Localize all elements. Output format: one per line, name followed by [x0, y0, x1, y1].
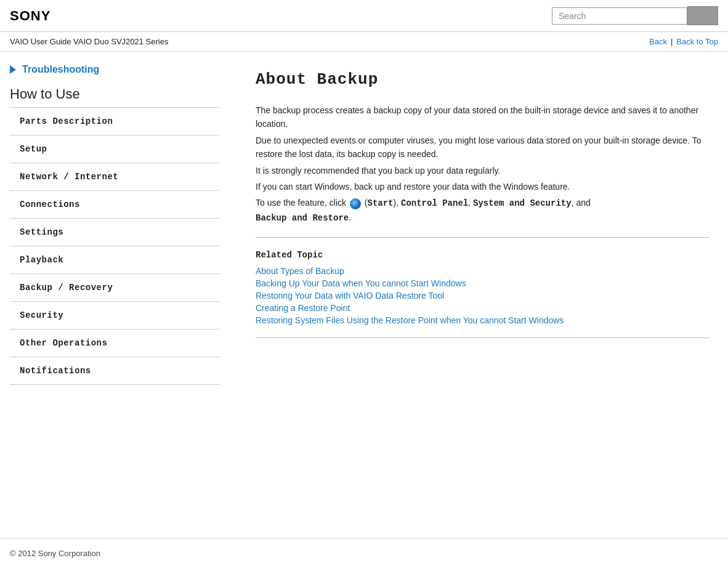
related-link-2[interactable]: Backing Up Your Data when You cannot Sta… [256, 278, 710, 288]
nav-separator: | [669, 37, 674, 46]
sidebar: Troubleshooting How to Use Parts Descrip… [0, 52, 231, 532]
start-icon [350, 198, 361, 209]
troubleshooting-section[interactable]: Troubleshooting [10, 64, 231, 75]
how-to-use-heading: How to Use [10, 86, 231, 102]
copyright-text: © 2012 Sony Corporation [10, 549, 100, 558]
related-link-3[interactable]: Restoring Your Data with VAIO Data Resto… [256, 291, 710, 301]
header: SONY [0, 0, 728, 32]
content-divider-1 [256, 237, 710, 238]
breadcrumb-title: VAIO User Guide VAIO Duo SVJ2021 Series [10, 37, 168, 46]
page-heading: About Backup [256, 70, 710, 89]
troubleshooting-label-text: Troubleshooting [22, 64, 99, 75]
search-input[interactable] [552, 7, 687, 25]
content-divider-2 [256, 338, 710, 338]
sidebar-item-backup-recovery[interactable]: Backup / Recovery [10, 274, 231, 301]
footer: © 2012 Sony Corporation [0, 538, 728, 566]
search-area [552, 6, 718, 25]
sony-logo: SONY [10, 8, 51, 24]
content-area: About Backup The backup process creates … [231, 52, 728, 532]
sidebar-item-security[interactable]: Security [10, 302, 231, 329]
main-layout: Troubleshooting How to Use Parts Descrip… [0, 52, 728, 532]
para-2: Due to unexpected events or computer vir… [256, 134, 710, 161]
para-1: The backup process creates a backup copy… [256, 103, 710, 131]
para-5: To use the feature, click (Start), Contr… [256, 196, 710, 225]
sidebar-item-settings[interactable]: Settings [10, 219, 231, 246]
para-4: If you can start Windows, back up and re… [256, 180, 710, 193]
sidebar-item-other-operations[interactable]: Other Operations [10, 329, 231, 357]
sidebar-item-notifications[interactable]: Notifications [10, 357, 231, 384]
backup-restore-text: Backup and Restore [256, 213, 349, 223]
related-link-5[interactable]: Restoring System Files Using the Restore… [256, 315, 710, 325]
related-topic-heading: Related Topic [256, 250, 710, 260]
related-link-1[interactable]: About Types of Backup [256, 266, 710, 276]
sidebar-item-network-internet[interactable]: Network / Internet [10, 163, 231, 190]
nav-links: Back | Back to Top [649, 37, 718, 46]
arrow-icon [10, 65, 16, 74]
sidebar-divider-10 [10, 384, 220, 385]
search-button[interactable] [687, 6, 718, 25]
related-link-4[interactable]: Creating a Restore Point [256, 303, 710, 313]
sidebar-item-setup[interactable]: Setup [10, 135, 231, 163]
breadcrumb-bar: VAIO User Guide VAIO Duo SVJ2021 Series … [0, 32, 728, 52]
back-to-top-link[interactable]: Back to Top [676, 37, 718, 46]
back-link[interactable]: Back [649, 37, 667, 46]
sidebar-item-connections[interactable]: Connections [10, 191, 231, 218]
start-text: Start [368, 198, 394, 208]
sidebar-item-parts-description[interactable]: Parts Description [10, 108, 231, 135]
system-security-text: System and Security [473, 198, 572, 208]
intro-text: The backup process creates a backup copy… [256, 103, 710, 225]
para-3: It is strongly recommended that you back… [256, 164, 710, 177]
control-panel-text: Control Panel [401, 198, 468, 208]
sidebar-item-playback[interactable]: Playback [10, 246, 231, 273]
